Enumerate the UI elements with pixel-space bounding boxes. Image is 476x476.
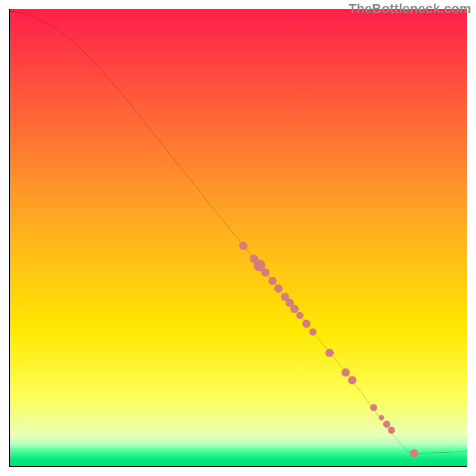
scatter-point <box>348 376 356 384</box>
scatter-point <box>379 415 384 420</box>
scatter-point <box>410 449 418 458</box>
scatter-point <box>274 284 283 293</box>
curve-line <box>9 9 467 467</box>
y-axis <box>9 9 10 467</box>
scatter-point <box>388 427 395 434</box>
scatter-point <box>239 242 248 250</box>
scatter-point <box>296 312 303 319</box>
x-axis <box>9 466 467 467</box>
scatter-point <box>342 368 350 377</box>
scatter-point <box>370 404 377 411</box>
watermark-text: TheBottleneck.com <box>349 1 471 17</box>
scatter-point <box>261 268 270 277</box>
scatter-point <box>302 320 311 328</box>
scatter-point <box>309 328 317 336</box>
scatter-point <box>290 305 299 313</box>
plot-area <box>9 9 467 467</box>
scatter-point <box>325 349 334 357</box>
scatter-point <box>268 277 277 285</box>
